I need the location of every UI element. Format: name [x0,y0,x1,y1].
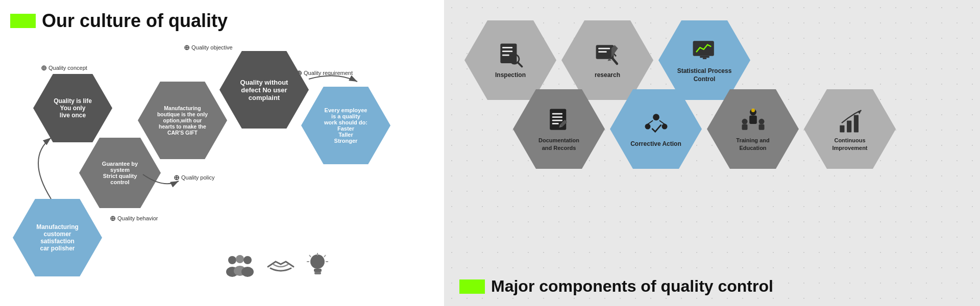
svg-rect-46 [853,115,858,133]
hex-improvement: Continuous Improvement [804,89,896,169]
svg-line-22 [518,62,522,66]
hex-grid-right: Inspection research [459,15,960,235]
svg-point-3 [228,256,236,264]
hex-container: ⊕ Quality concept ⊕ Quality objective ⊕ … [0,31,444,296]
annotation-quality-objective: ⊕ Quality objective [184,43,233,52]
svg-point-9 [310,254,325,269]
svg-rect-25 [598,51,607,53]
hex-quality-defect: Quality without defect No user complaint [219,51,309,129]
annotation-quality-policy: ⊕ Quality policy [174,173,214,182]
svg-line-13 [324,255,326,257]
annotation-quality-requirement: ⊕ Quality requirement [296,69,353,77]
svg-rect-26 [693,41,714,56]
handshake-icon [265,254,296,279]
spc-icon [691,37,719,65]
svg-point-40 [742,119,747,124]
research-icon [594,41,622,69]
svg-point-39 [751,109,754,112]
svg-point-41 [758,119,764,124]
svg-rect-43 [758,124,764,130]
svg-point-36 [662,123,667,129]
svg-rect-44 [840,125,844,133]
inspection-icon [497,41,525,69]
svg-rect-10 [314,269,322,272]
right-main-title: Major components of quality control [491,277,773,296]
svg-point-7 [243,256,252,264]
svg-rect-24 [598,48,610,49]
svg-line-16 [309,255,311,257]
right-title-area: Major components of quality control [459,277,773,296]
hex-every-employee: Every employee is a quality work should … [301,87,390,164]
svg-point-34 [653,114,659,120]
main-title: Our culture of quality [42,10,228,32]
svg-rect-31 [552,116,562,118]
svg-rect-28 [702,58,706,59]
hex-manufacturing-customer: Manufacturing customer satisfaction car … [13,199,102,276]
title-area: Our culture of quality [10,10,434,32]
svg-point-8 [241,267,254,277]
svg-rect-30 [552,113,562,115]
svg-rect-18 [502,47,512,48]
documentation-icon [545,107,573,135]
hex-research: research [561,20,653,100]
green-bar-left [10,14,36,28]
annotation-quality-concept: ⊕ Quality concept [41,64,87,72]
svg-rect-27 [700,56,709,58]
right-panel: Inspection research [444,0,980,306]
svg-rect-45 [847,121,851,133]
lightbulb-icon [306,252,329,280]
svg-rect-17 [500,43,517,63]
annotation-quality-behavior: ⊕ Quality behavior [110,214,158,222]
hex-manufacturing-boutique: Manufacturing boutique is the only optio… [138,82,227,159]
hex-spc: Statistical Process Control [658,20,750,100]
svg-point-5 [236,255,244,263]
svg-rect-42 [742,124,747,130]
training-icon [739,107,767,135]
hex-documentation: Documentation and Records [513,89,605,169]
svg-rect-11 [314,272,321,274]
improvement-icon [836,107,864,135]
svg-rect-20 [502,54,509,56]
green-bar-right [459,279,485,294]
svg-rect-19 [502,50,512,52]
left-panel: Our culture of quality ⊕ Quality concept… [0,0,444,306]
hex-training: Training and Education [707,89,799,169]
svg-rect-33 [552,123,558,124]
svg-rect-29 [550,109,566,130]
svg-rect-38 [749,116,757,124]
bottom-icons [225,252,329,280]
corrective-icon [642,110,670,138]
hex-quality-life: Quality is life You only live once [33,74,112,142]
svg-rect-32 [552,120,562,121]
hex-guarantee: Guarantee by system Strict quality contr… [79,138,161,208]
hex-inspection: Inspection [464,20,556,100]
svg-point-35 [645,123,650,129]
people-group-icon [225,254,255,279]
hex-corrective: Corrective Action [610,89,702,169]
